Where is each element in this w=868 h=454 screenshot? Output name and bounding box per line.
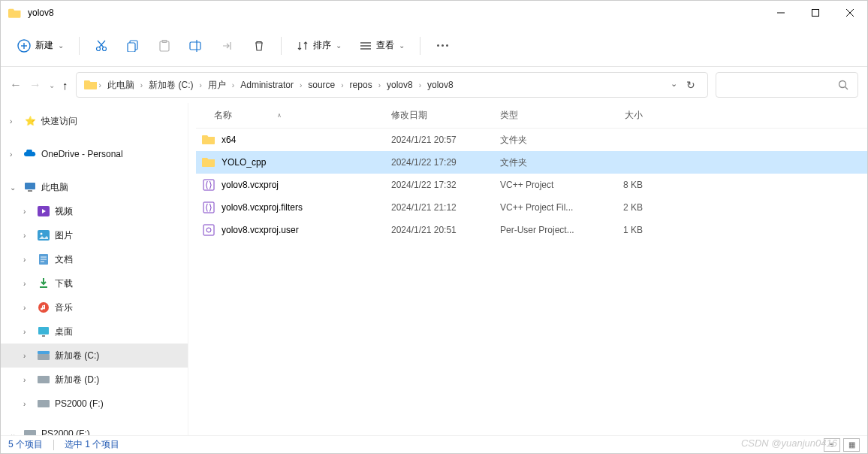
chevron-down-icon[interactable]: [10, 183, 19, 192]
breadcrumb-item[interactable]: yolov8: [382, 77, 417, 93]
file-row[interactable]: yolov8.vcxproj.user2024/1/21 20:51Per-Us…: [196, 219, 867, 241]
column-header-type[interactable]: 类型: [500, 109, 590, 122]
rename-button[interactable]: [182, 32, 210, 59]
toolbar: 新建 ⌄ 排序 ⌄ 查看 ⌄: [1, 25, 867, 67]
chevron-right-icon: ›: [200, 81, 202, 89]
sidebar-item-quick-access[interactable]: ⭐ 快速访问: [1, 109, 188, 133]
column-header-date[interactable]: 修改日期: [391, 109, 500, 122]
file-name: yolov8.vcxproj.filters: [222, 202, 303, 213]
breadcrumb-item[interactable]: Administrator: [236, 77, 298, 93]
sidebar-item-onedrive[interactable]: OneDrive - Personal: [1, 142, 188, 166]
chevron-right-icon[interactable]: [23, 256, 32, 264]
new-label: 新建: [35, 39, 53, 52]
sidebar-item-drive-d[interactable]: 新加卷 (D:): [1, 368, 188, 392]
breadcrumb-item[interactable]: source: [303, 77, 339, 93]
breadcrumb-item[interactable]: yolov8: [423, 77, 458, 93]
file-type: Per-User Project...: [500, 225, 590, 235]
cloud-icon: [23, 147, 37, 161]
svg-rect-44: [203, 225, 214, 235]
delete-button[interactable]: [245, 32, 273, 59]
svg-point-8: [103, 47, 107, 50]
chevron-down-icon[interactable]: [10, 430, 19, 436]
file-row[interactable]: ⟨⟩yolov8.vcxproj2024/1/22 17:32VC++ Proj…: [196, 174, 867, 196]
chevron-right-icon[interactable]: [23, 304, 32, 312]
sort-button[interactable]: 排序 ⌄: [289, 35, 349, 56]
svg-rect-35: [38, 354, 50, 360]
status-bar: 5 个项目 选中 1 个项目 ≡ ▦: [1, 435, 867, 453]
back-button[interactable]: ←: [10, 78, 22, 92]
desktop-icon: [37, 325, 50, 338]
share-button[interactable]: [213, 32, 242, 59]
breadcrumb-item[interactable]: 此电脑: [103, 76, 139, 95]
close-button[interactable]: [833, 1, 867, 25]
svg-rect-36: [38, 351, 50, 354]
sidebar-item-drive-f1[interactable]: PS2000 (F:): [1, 392, 188, 416]
sidebar-item-pictures[interactable]: 图片: [1, 223, 188, 247]
forward-button[interactable]: →: [29, 78, 41, 92]
paste-button[interactable]: [150, 32, 179, 59]
sidebar-item-documents[interactable]: 文档: [1, 247, 188, 271]
refresh-button[interactable]: ↻: [686, 79, 695, 91]
file-icon: [202, 223, 215, 237]
chevron-right-icon[interactable]: [23, 232, 32, 240]
plus-circle-icon: [17, 39, 31, 53]
share-icon: [222, 40, 234, 52]
thumbnails-view-button[interactable]: ▦: [843, 438, 860, 452]
navigation-sidebar: ⭐ 快速访问 OneDrive - Personal 此电脑 视频 图片: [1, 103, 188, 435]
view-button[interactable]: 查看 ⌄: [352, 35, 412, 56]
download-icon: [37, 277, 50, 290]
drive-icon: [23, 427, 37, 435]
svg-rect-12: [128, 43, 135, 52]
address-bar-row: ← → ⌄ ↑ › 此电脑 › 新加卷 (C:) › 用户 › Administ…: [1, 67, 867, 103]
minimize-button[interactable]: [764, 1, 798, 25]
sidebar-item-drive-c[interactable]: 新加卷 (C:): [1, 344, 188, 368]
chevron-right-icon[interactable]: [23, 352, 32, 360]
file-row[interactable]: ⟨⟩yolov8.vcxproj.filters2024/1/21 21:12V…: [196, 196, 867, 219]
more-button[interactable]: [428, 38, 457, 53]
chevron-right-icon[interactable]: [10, 150, 19, 159]
file-list-pane: 名称∧ 修改日期 类型 大小 x642024/1/21 20:57文件夹YOLO…: [188, 103, 867, 435]
separator: [79, 37, 80, 55]
sidebar-item-videos[interactable]: 视频: [1, 199, 188, 223]
chevron-right-icon[interactable]: [23, 376, 32, 384]
music-icon: [37, 301, 50, 314]
column-header-name[interactable]: 名称∧: [196, 109, 391, 122]
separator: [281, 37, 282, 55]
title-bar: yolov8: [1, 1, 867, 25]
separator: [53, 440, 54, 450]
sidebar-item-downloads[interactable]: 下载: [1, 271, 188, 295]
chevron-down-icon: ⌄: [58, 41, 64, 50]
history-chevron[interactable]: ⌄: [49, 81, 55, 89]
sidebar-item-drive-f2[interactable]: PS2000 (F:): [1, 422, 188, 435]
column-headers: 名称∧ 修改日期 类型 大小: [196, 103, 867, 129]
drive-icon: [37, 397, 50, 410]
cut-button[interactable]: [87, 32, 116, 59]
sidebar-item-music[interactable]: 音乐: [1, 295, 188, 319]
maximize-button[interactable]: [798, 1, 833, 25]
new-button[interactable]: 新建 ⌄: [10, 35, 71, 57]
pc-icon: [23, 180, 37, 194]
chevron-right-icon[interactable]: [23, 400, 32, 408]
column-header-size[interactable]: 大小: [590, 109, 643, 122]
search-input[interactable]: [716, 72, 858, 98]
file-date: 2024/1/21 20:57: [391, 135, 500, 145]
chevron-right-icon[interactable]: [10, 117, 19, 126]
svg-rect-37: [38, 376, 50, 383]
breadcrumb-item[interactable]: 用户: [203, 76, 231, 95]
copy-button[interactable]: [119, 32, 147, 59]
file-row[interactable]: x642024/1/21 20:57文件夹: [196, 129, 867, 151]
sidebar-item-this-pc[interactable]: 此电脑: [1, 175, 188, 199]
chevron-down-icon[interactable]: ⌄: [671, 79, 677, 91]
breadcrumb[interactable]: › 此电脑 › 新加卷 (C:) › 用户 › Administrator › …: [76, 72, 709, 98]
file-icon: [202, 133, 215, 147]
file-row[interactable]: YOLO_cpp2024/1/22 17:29文件夹: [196, 151, 867, 174]
sort-label: 排序: [313, 39, 331, 52]
breadcrumb-item[interactable]: 新加卷 (C:): [144, 76, 197, 95]
chevron-right-icon[interactable]: [23, 207, 32, 216]
breadcrumb-item[interactable]: repos: [345, 77, 377, 93]
sidebar-item-desktop[interactable]: 桌面: [1, 319, 188, 344]
pictures-icon: [37, 229, 50, 242]
chevron-right-icon[interactable]: [23, 280, 32, 288]
up-button[interactable]: ↑: [62, 79, 68, 92]
chevron-right-icon[interactable]: [23, 328, 32, 336]
